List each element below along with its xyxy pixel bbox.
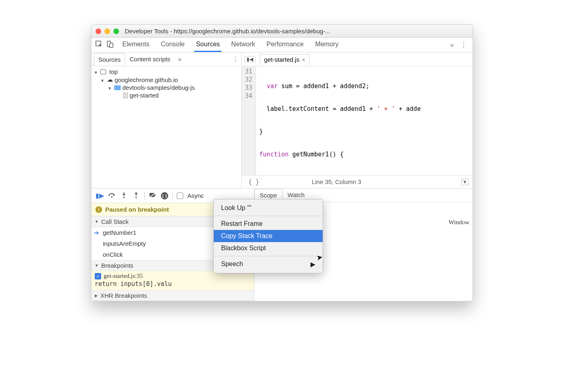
window-title: Developer Tools - https://googlechrome.g…: [125, 28, 330, 35]
tab-sources-panel[interactable]: Sources: [94, 53, 125, 66]
source: var sum = addend1 + addend2; label.textC…: [256, 66, 424, 175]
editor-tab-get-started[interactable]: get-started.js ×: [260, 54, 310, 65]
tab-network[interactable]: Network: [230, 38, 257, 52]
tab-sources[interactable]: Sources: [194, 38, 221, 52]
toggle-navigator-icon[interactable]: ▮◀: [244, 56, 256, 63]
pause-on-exceptions-icon[interactable]: ❙❙: [161, 192, 168, 199]
code-editor[interactable]: 31323334 var sum = addend1 + addend2; la…: [242, 66, 473, 175]
statusbar-dropdown-icon[interactable]: ▼: [461, 179, 469, 185]
ctx-look-up[interactable]: Look Up “”: [214, 202, 323, 214]
tree-top[interactable]: top: [94, 68, 239, 76]
submenu-arrow-icon: ▶: [310, 260, 315, 268]
async-checkbox[interactable]: [177, 193, 183, 199]
resume-icon[interactable]: ▮▶: [95, 192, 104, 199]
folder-icon: [114, 85, 121, 90]
tree-file[interactable]: get-started: [123, 91, 239, 99]
pretty-print-icon[interactable]: { }: [246, 178, 262, 186]
ctx-restart-frame[interactable]: Restart Frame: [214, 218, 323, 230]
main-toolbar: Elements Console Sources Network Perform…: [91, 38, 473, 52]
minimize-window-button[interactable]: [104, 28, 110, 34]
ctx-speech[interactable]: Speech▶: [214, 258, 323, 271]
async-label: Async: [187, 192, 204, 199]
navigator-tabs: Sources Content scripts » ⋮: [91, 52, 241, 66]
ctx-blackbox-script[interactable]: Blackbox Script: [214, 242, 323, 254]
tab-content-scripts[interactable]: Content scripts: [125, 53, 175, 65]
close-tab-icon[interactable]: ×: [302, 56, 306, 63]
svg-rect-2: [110, 43, 113, 48]
titlebar: Developer Tools - https://googlechrome.g…: [91, 25, 473, 38]
section-xhr-breakpoints[interactable]: XHR Breakpoints: [91, 290, 254, 301]
tab-performance[interactable]: Performance: [265, 38, 306, 52]
step-out-icon[interactable]: [132, 192, 140, 200]
step-into-icon[interactable]: [120, 192, 128, 200]
context-menu: Look Up “” Restart Frame Copy Stack Trac…: [213, 199, 323, 273]
inspect-icon[interactable]: [94, 41, 104, 50]
breakpoint-item[interactable]: ✓ get-started.js:35 return inputs[0].val…: [91, 271, 254, 290]
file-tree: top ☁googlechrome.github.io devtools-sam…: [91, 66, 241, 102]
kebab-menu-icon[interactable]: ⋮: [457, 41, 470, 49]
editor-statusbar: { } Line 35, Column 3 ▼: [242, 175, 473, 188]
nav-kebab-icon[interactable]: ⋮: [232, 55, 239, 63]
more-nav-tabs-icon[interactable]: »: [175, 56, 185, 63]
deactivate-breakpoints-icon[interactable]: [149, 192, 157, 199]
svg-point-3: [111, 196, 113, 198]
cloud-icon: ☁: [107, 76, 113, 83]
ctx-copy-stack-trace[interactable]: Copy Stack Trace: [214, 230, 323, 242]
breakpoint-checkbox[interactable]: ✓: [95, 273, 101, 279]
more-tabs-icon[interactable]: »: [447, 41, 457, 49]
tab-elements[interactable]: Elements: [121, 38, 151, 52]
devtools-window: Developer Tools - https://googlechrome.g…: [91, 24, 473, 301]
tab-memory[interactable]: Memory: [313, 38, 340, 52]
device-toggle-icon[interactable]: [104, 41, 115, 50]
tree-folder[interactable]: devtools-samples/debug-js: [108, 84, 239, 91]
file-icon: [123, 93, 128, 98]
tree-host[interactable]: ☁googlechrome.github.io: [100, 76, 239, 84]
step-over-icon[interactable]: [108, 192, 116, 199]
main-tabs: Elements Console Sources Network Perform…: [121, 38, 447, 52]
cursor-position: Line 35, Column 3: [312, 178, 361, 185]
svg-point-4: [123, 197, 125, 198]
maximize-window-button[interactable]: [113, 28, 119, 34]
window-icon: [100, 69, 106, 74]
info-icon: i: [95, 206, 102, 213]
svg-point-5: [135, 197, 137, 198]
editor-tabbar: ▮◀ get-started.js ×: [242, 52, 473, 66]
gutter: 31323334: [242, 66, 256, 175]
tab-console[interactable]: Console: [159, 38, 187, 52]
close-window-button[interactable]: [95, 28, 101, 34]
